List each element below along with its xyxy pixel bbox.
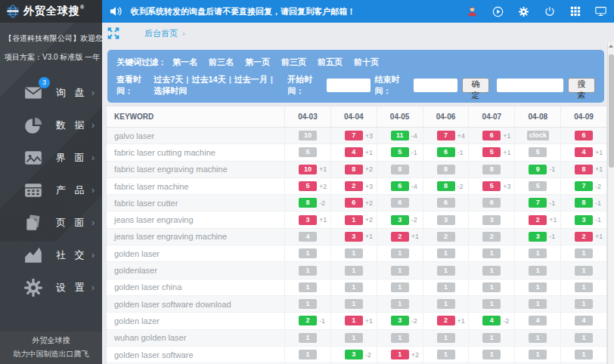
welcome-text: 【谷道科技有限公司】欢迎您!: [5, 33, 98, 44]
rank-cell: 3-1: [514, 229, 560, 245]
rank-cell: 1: [423, 347, 469, 362]
end-time-input[interactable]: [414, 79, 457, 92]
rank-badge: 8: [345, 165, 363, 174]
logo[interactable]: 外贸全球搜®: [0, 0, 102, 23]
rank-cell: 1: [377, 262, 423, 278]
sidebar-item-data[interactable]: 数 据 ›: [0, 109, 102, 141]
table-row: wuhan golden laser1111111: [107, 330, 606, 347]
keyword-cell: fabric laser engraving machine: [107, 162, 284, 177]
keyword-filter-option[interactable]: 前十页: [354, 57, 379, 66]
rank-cell: 1: [514, 262, 560, 278]
time-filter-option[interactable]: 过去14天: [191, 75, 225, 84]
rank-badge: 6: [482, 198, 501, 208]
sidebar-item-social[interactable]: 社 交 ›: [0, 239, 102, 271]
rank-delta: +1: [503, 132, 510, 140]
rank-badge: 4: [482, 316, 501, 325]
scrollbar-up-arrow[interactable]: [609, 45, 613, 48]
rank-badge: 5: [482, 147, 501, 157]
rank-cell: 1: [423, 245, 469, 261]
keyword-filter-option[interactable]: 前三名: [209, 57, 234, 66]
option-separator: |: [186, 75, 188, 84]
rank-delta: +1: [595, 165, 603, 173]
breadcrumb-home[interactable]: 后台首页: [144, 28, 178, 39]
rank-badge: 1: [529, 299, 547, 309]
scrollbar-thumb[interactable]: [609, 54, 614, 168]
rank-delta: -2: [457, 183, 464, 190]
time-filter-option[interactable]: 过去一月: [234, 75, 268, 84]
rank-badge: 1: [345, 299, 363, 309]
keyword-filter-option[interactable]: 前三页: [281, 57, 306, 66]
rank-badge: 4: [575, 316, 593, 325]
rank-delta: -4: [411, 183, 417, 190]
rank-badge: 3: [345, 232, 363, 242]
rank-badge: 6: [437, 147, 455, 157]
play-video-icon[interactable]: [492, 6, 504, 17]
apps-grid-icon[interactable]: [569, 6, 581, 17]
rank-cell: 1: [423, 296, 469, 312]
sidebar-item-interface[interactable]: 界 面 ›: [0, 141, 102, 174]
chevron-right-icon: ›: [91, 120, 95, 131]
rank-badge: 6: [345, 198, 363, 208]
rank-delta: -2: [411, 216, 417, 224]
rank-badge: 3: [299, 215, 317, 225]
search-button[interactable]: 搜索: [568, 78, 595, 93]
keyword-filter-option[interactable]: 前五页: [318, 57, 343, 66]
rank-delta: -2: [411, 317, 417, 325]
sidebar-item-product[interactable]: 产 品 ›: [0, 174, 102, 206]
rank-cell: 6: [560, 128, 606, 143]
rank-badge: 1: [391, 333, 409, 343]
rank-badge: 8: [437, 181, 455, 191]
table-row: golden laser software13-21+21111: [107, 347, 606, 363]
time-filter-option[interactable]: 选择时间: [154, 86, 187, 95]
announcement-text: 收到系统转发的询盘后请不要直接回复，请回复到客户邮箱！: [131, 6, 355, 17]
rank-badge: 4: [345, 147, 363, 157]
rank-delta: -1: [411, 149, 417, 156]
rank-badge: 1: [345, 282, 363, 292]
confirm-button[interactable]: 确定: [462, 78, 489, 93]
keyword-filter-option[interactable]: 第一名: [172, 57, 197, 66]
rank-cell: 2: [468, 229, 514, 245]
keyword-filter-option[interactable]: 第一页: [245, 57, 270, 66]
rank-badge: 1: [482, 266, 501, 276]
rank-cell: 1: [514, 330, 560, 346]
sidebar-item-pages[interactable]: 页 面 ›: [0, 206, 102, 239]
keyword-filter-label: 关键词过滤：: [116, 57, 166, 68]
keyword-cell: golden laser software download: [107, 296, 284, 312]
rank-badge: 1: [299, 248, 317, 258]
rank-delta: +3: [365, 183, 373, 190]
power-logout-icon[interactable]: [544, 6, 555, 17]
sidebar-menu: 3 询 盘 › 数 据 ›: [0, 76, 102, 304]
fullscreen-expand-icon[interactable]: [107, 26, 120, 40]
rank-cell: 6-4: [377, 178, 423, 194]
rank-badge: 6: [391, 198, 409, 208]
rank-delta: -4: [411, 132, 417, 140]
monitor-icon[interactable]: [595, 6, 606, 17]
settings-gear-icon[interactable]: [518, 6, 529, 17]
rank-cell: 1: [330, 279, 377, 295]
rank-delta: +1: [595, 233, 603, 240]
rank-cell: 1: [423, 279, 469, 295]
rank-badge: 5: [391, 147, 409, 157]
rank-cell: 6+1: [468, 128, 514, 143]
rank-badge: 1: [345, 215, 363, 225]
keyword-search-input[interactable]: [497, 79, 563, 92]
start-time-label: 开始时间：: [287, 74, 321, 97]
rank-cell: 1: [560, 245, 606, 261]
time-filter-option[interactable]: 过去7天: [154, 75, 183, 84]
app-window: 外贸全球搜® 收到系统转发的询盘后请不要直接回复，请回复到客户邮箱！: [0, 0, 614, 364]
rank-cell: 5+3: [468, 178, 514, 194]
start-time-input[interactable]: [327, 79, 371, 92]
rank-cell: clock: [514, 128, 560, 143]
rank-badge: 1: [482, 248, 501, 258]
vertical-scrollbar[interactable]: [607, 42, 614, 364]
chevron-right-icon: ›: [91, 282, 95, 293]
table-row: golden laser1111111: [107, 245, 606, 262]
rank-cell: 1: [514, 279, 560, 295]
user-avatar[interactable]: [467, 6, 478, 17]
sidebar-item-label: 询 盘: [56, 86, 91, 100]
rank-badge: 7: [529, 198, 547, 208]
sidebar-item-inquiry[interactable]: 3 询 盘 ›: [0, 76, 102, 109]
rank-badge: 1: [345, 266, 363, 276]
sidebar-item-label: 界 面: [56, 151, 91, 165]
sidebar-item-settings[interactable]: 设 置 ›: [0, 271, 102, 304]
